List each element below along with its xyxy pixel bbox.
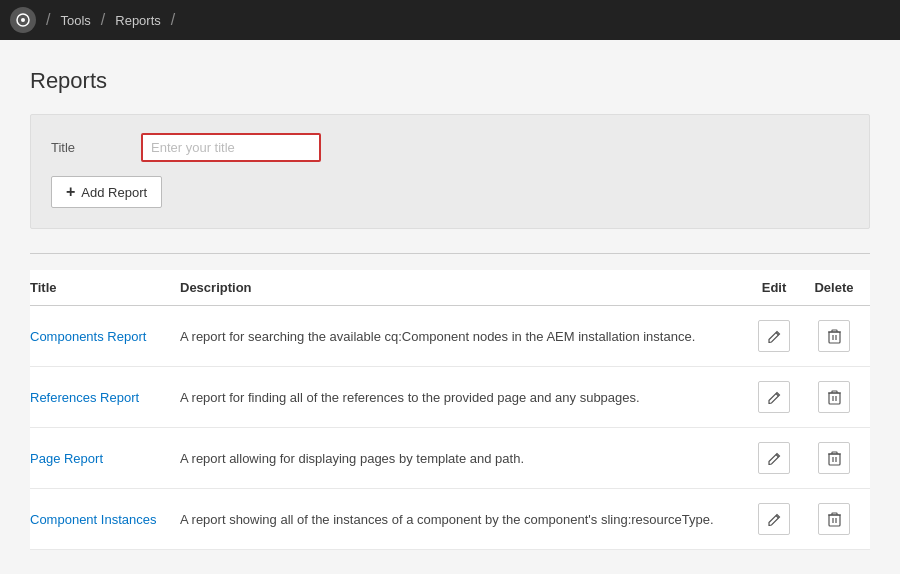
report-title-link[interactable]: Page Report (30, 451, 103, 466)
svg-point-1 (21, 18, 25, 22)
add-report-button[interactable]: + Add Report (51, 176, 162, 208)
title-input[interactable] (141, 133, 321, 162)
edit-cell (750, 367, 810, 428)
delete-cell (810, 306, 870, 367)
col-header-description: Description (180, 270, 750, 306)
svg-rect-5 (829, 515, 840, 526)
breadcrumb-sep-1: / (46, 11, 50, 29)
app-logo[interactable] (10, 7, 36, 33)
table-header-row: Title Description Edit Delete (30, 270, 870, 306)
title-label: Title (51, 140, 141, 155)
table-divider (30, 253, 870, 254)
table-row: Components ReportA report for searching … (30, 306, 870, 367)
breadcrumb-sep-3: / (171, 11, 175, 29)
delete-cell (810, 489, 870, 550)
page-title: Reports (30, 68, 870, 94)
svg-rect-3 (829, 393, 840, 404)
delete-button[interactable] (818, 381, 850, 413)
report-description: A report allowing for displaying pages b… (180, 428, 750, 489)
col-header-title: Title (30, 270, 180, 306)
delete-button[interactable] (818, 442, 850, 474)
topbar: / Tools / Reports / (0, 0, 900, 40)
col-header-delete: Delete (810, 270, 870, 306)
col-header-edit: Edit (750, 270, 810, 306)
edit-cell (750, 428, 810, 489)
breadcrumb-sep-2: / (101, 11, 105, 29)
main-content: Reports Title + Add Report Title Descrip… (0, 40, 900, 574)
svg-rect-2 (829, 332, 840, 343)
delete-button[interactable] (818, 503, 850, 535)
delete-button[interactable] (818, 320, 850, 352)
svg-rect-4 (829, 454, 840, 465)
breadcrumb-reports[interactable]: Reports (115, 13, 161, 28)
table-row: Component InstancesA report showing all … (30, 489, 870, 550)
edit-cell (750, 489, 810, 550)
report-description: A report for finding all of the referenc… (180, 367, 750, 428)
reports-table: Title Description Edit Delete Components… (30, 270, 870, 550)
breadcrumb-tools[interactable]: Tools (60, 13, 90, 28)
table-row: References ReportA report for finding al… (30, 367, 870, 428)
report-description: A report showing all of the instances of… (180, 489, 750, 550)
table-row: Page ReportA report allowing for display… (30, 428, 870, 489)
report-description: A report for searching the available cq:… (180, 306, 750, 367)
edit-button[interactable] (758, 320, 790, 352)
title-form-row: Title (51, 133, 849, 162)
edit-cell (750, 306, 810, 367)
delete-cell (810, 428, 870, 489)
edit-button[interactable] (758, 503, 790, 535)
plus-icon: + (66, 183, 75, 201)
add-report-label: Add Report (81, 185, 147, 200)
edit-button[interactable] (758, 442, 790, 474)
report-title-link[interactable]: Component Instances (30, 512, 156, 527)
edit-button[interactable] (758, 381, 790, 413)
report-title-link[interactable]: References Report (30, 390, 139, 405)
report-title-link[interactable]: Components Report (30, 329, 146, 344)
add-report-panel: Title + Add Report (30, 114, 870, 229)
delete-cell (810, 367, 870, 428)
